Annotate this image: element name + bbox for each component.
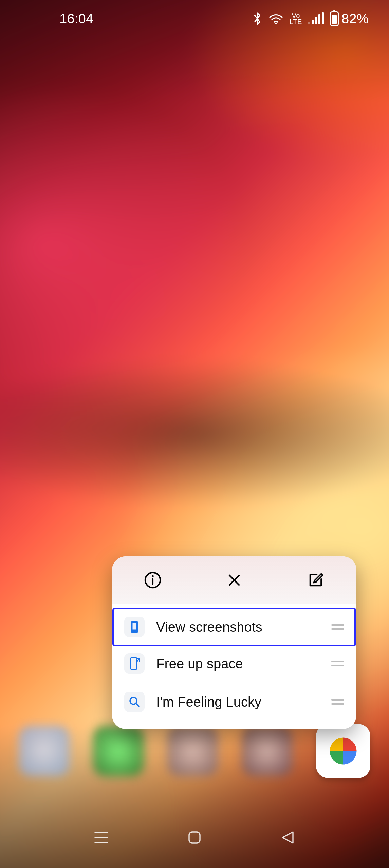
free-space-icon <box>124 653 145 674</box>
status-time: 16:04 <box>59 11 93 26</box>
popup-header <box>112 556 356 604</box>
volte-indicator: Vo LTE <box>290 13 302 25</box>
search-icon <box>124 692 145 712</box>
status-bar: 16:04 Vo LTE 82% <box>0 0 389 37</box>
shortcut-label: View screenshots <box>156 619 320 635</box>
svg-point-2 <box>152 575 154 577</box>
back-button[interactable] <box>276 826 300 849</box>
wifi-icon <box>268 13 283 25</box>
edit-button[interactable] <box>304 568 328 592</box>
close-button[interactable] <box>222 568 246 592</box>
battery-icon <box>330 11 339 26</box>
shortcut-view-screenshots[interactable]: View screenshots <box>113 609 355 645</box>
svg-rect-7 <box>132 623 137 630</box>
drag-handle-icon[interactable] <box>331 661 344 666</box>
battery-indicator: 82% <box>330 11 369 26</box>
cell-signal-icon <box>308 13 324 24</box>
google-photos-app-icon[interactable] <box>316 724 370 778</box>
home-button[interactable] <box>183 826 206 849</box>
popup-body: View screenshots Free up space <box>112 604 356 729</box>
dock <box>0 722 389 780</box>
shortcut-label: Free up space <box>156 656 320 671</box>
svg-line-10 <box>136 704 139 706</box>
shortcut-label: I'm Feeling Lucky <box>156 694 320 710</box>
drag-handle-icon[interactable] <box>331 624 344 630</box>
status-right: Vo LTE 82% <box>252 11 369 26</box>
svg-rect-14 <box>189 832 200 843</box>
screenshot-icon <box>124 617 145 637</box>
shortcut-feeling-lucky[interactable]: I'm Feeling Lucky <box>112 684 356 720</box>
dock-app-blurred <box>93 726 144 776</box>
bluetooth-icon <box>252 11 262 26</box>
drag-handle-icon[interactable] <box>331 699 344 705</box>
svg-rect-8 <box>130 658 137 669</box>
dock-app-blurred <box>242 726 293 776</box>
app-info-button[interactable] <box>141 568 165 592</box>
svg-point-0 <box>275 23 277 24</box>
system-nav-bar <box>0 821 389 854</box>
shortcut-free-up-space[interactable]: Free up space <box>112 645 356 682</box>
dock-app-blurred <box>167 726 218 776</box>
dock-app-blurred <box>19 726 70 776</box>
volte-bottom: LTE <box>290 19 302 25</box>
battery-percent: 82% <box>341 11 369 26</box>
app-shortcut-popup: View screenshots Free up space <box>112 556 356 729</box>
recent-apps-button[interactable] <box>89 826 113 849</box>
divider <box>153 683 344 683</box>
